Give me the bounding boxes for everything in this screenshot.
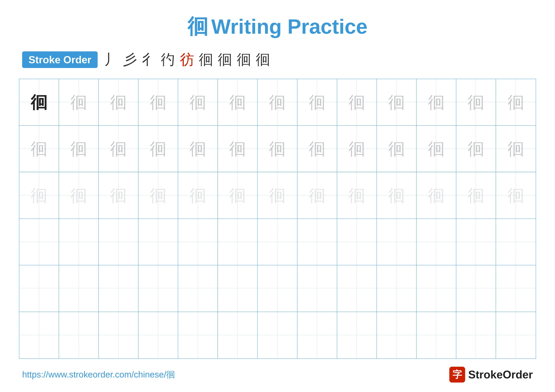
grid-cell: 徊 xyxy=(59,126,99,172)
grid-cell: 徊 xyxy=(496,126,536,172)
grid-cell xyxy=(59,219,99,265)
grid-cell xyxy=(416,219,456,265)
grid-row-4 xyxy=(19,219,536,265)
grid-cell: 徊 xyxy=(258,172,297,219)
stroke-8: 徊 xyxy=(237,50,251,69)
grid-row-1: 徊 徊 徊 徊 徊 徊 徊 徊 徊 徊 徊 徊 徊 xyxy=(19,79,536,126)
grid-cell xyxy=(218,219,258,265)
stroke-order-badge: Stroke Order xyxy=(22,51,98,68)
grid-cell xyxy=(139,312,178,359)
grid-row-5 xyxy=(19,265,536,312)
grid-row-3: 徊 徊 徊 徊 徊 徊 徊 徊 徊 徊 徊 徊 徊 xyxy=(19,172,536,219)
page: 徊 Writing Practice Stroke Order 丿 彡 彳 彴 … xyxy=(0,0,555,392)
grid-cell: 徊 xyxy=(218,172,258,219)
grid-cell: 徊 xyxy=(456,126,496,172)
grid-cell: 徊 xyxy=(139,79,178,125)
grid-cell xyxy=(99,219,139,265)
grid-cell xyxy=(337,312,377,359)
grid-cell: 徊 xyxy=(19,126,59,172)
grid-row-2: 徊 徊 徊 徊 徊 徊 徊 徊 徊 徊 徊 徊 徊 xyxy=(19,126,536,172)
footer: https://www.strokeorder.com/chinese/徊 字 … xyxy=(19,367,536,383)
grid-cell xyxy=(19,219,59,265)
grid-cell xyxy=(258,312,297,359)
grid-cell xyxy=(178,312,218,359)
grid-cell: 徊 xyxy=(297,79,337,125)
grid-cell: 徊 xyxy=(218,79,258,125)
grid-cell xyxy=(139,265,178,312)
grid-cell xyxy=(416,312,456,359)
grid-cell: 徊 xyxy=(496,172,536,219)
grid-cell xyxy=(496,265,536,312)
grid-cell xyxy=(59,265,99,312)
grid-cell xyxy=(456,219,496,265)
page-title: 徊 Writing Practice xyxy=(188,13,367,41)
grid-cell: 徊 xyxy=(377,172,416,219)
strokeorder-logo-icon: 字 xyxy=(449,367,465,383)
grid-cell: 徊 xyxy=(139,126,178,172)
stroke-3: 彳 xyxy=(142,50,156,69)
grid-cell: 徊 xyxy=(178,126,218,172)
grid-cell xyxy=(19,265,59,312)
grid-cell: 徊 xyxy=(99,126,139,172)
footer-logo: 字 StrokeOrder xyxy=(449,367,533,383)
grid-cell xyxy=(178,219,218,265)
grid-cell: 徊 xyxy=(297,172,337,219)
stroke-order-row: Stroke Order 丿 彡 彳 彴 彷 徊 徊 徊 徊 xyxy=(19,50,536,69)
grid-cell xyxy=(99,265,139,312)
grid-cell xyxy=(59,312,99,359)
grid-cell xyxy=(337,219,377,265)
grid-cell xyxy=(99,312,139,359)
stroke-1: 丿 xyxy=(104,50,118,69)
grid-cell xyxy=(377,265,416,312)
practice-grid: 徊 徊 徊 徊 徊 徊 徊 徊 徊 徊 徊 徊 徊 徊 徊 徊 徊 徊 徊 徊 … xyxy=(19,79,536,359)
grid-cell xyxy=(456,312,496,359)
grid-cell: 徊 xyxy=(19,172,59,219)
grid-row-6 xyxy=(19,312,536,359)
grid-cell: 徊 xyxy=(416,172,456,219)
grid-cell: 徊 xyxy=(258,79,297,125)
grid-cell xyxy=(297,312,337,359)
strokeorder-logo-text: StrokeOrder xyxy=(468,368,533,381)
grid-cell xyxy=(377,219,416,265)
grid-cell xyxy=(218,312,258,359)
stroke-6: 徊 xyxy=(199,50,213,69)
grid-cell xyxy=(377,312,416,359)
stroke-2: 彡 xyxy=(123,50,137,69)
grid-cell xyxy=(416,265,456,312)
stroke-sequence: 丿 彡 彳 彴 彷 徊 徊 徊 徊 xyxy=(104,50,270,69)
grid-cell: 徊 xyxy=(456,79,496,125)
grid-cell xyxy=(178,265,218,312)
stroke-9: 徊 xyxy=(256,50,270,69)
stroke-5: 彷 xyxy=(180,50,194,69)
grid-cell: 徊 xyxy=(337,126,377,172)
grid-cell xyxy=(297,219,337,265)
grid-cell: 徊 xyxy=(59,79,99,125)
grid-cell: 徊 xyxy=(337,172,377,219)
grid-cell: 徊 xyxy=(178,79,218,125)
grid-cell: 徊 xyxy=(19,79,59,125)
stroke-7: 徊 xyxy=(218,50,232,69)
grid-cell: 徊 xyxy=(297,126,337,172)
grid-cell xyxy=(337,265,377,312)
grid-cell: 徊 xyxy=(99,172,139,219)
grid-cell: 徊 xyxy=(496,79,536,125)
grid-cell xyxy=(297,265,337,312)
grid-cell: 徊 xyxy=(99,79,139,125)
grid-cell: 徊 xyxy=(258,126,297,172)
grid-cell: 徊 xyxy=(377,79,416,125)
grid-cell xyxy=(19,312,59,359)
grid-cell xyxy=(139,219,178,265)
footer-url: https://www.strokeorder.com/chinese/徊 xyxy=(22,369,175,380)
grid-cell xyxy=(496,312,536,359)
title-chinese-char: 徊 xyxy=(188,13,208,41)
grid-cell: 徊 xyxy=(377,126,416,172)
grid-cell: 徊 xyxy=(456,172,496,219)
grid-cell xyxy=(258,265,297,312)
grid-cell xyxy=(496,219,536,265)
grid-cell: 徊 xyxy=(416,79,456,125)
grid-cell xyxy=(456,265,496,312)
grid-cell: 徊 xyxy=(416,126,456,172)
title-text: Writing Practice xyxy=(211,15,367,38)
grid-cell xyxy=(218,265,258,312)
grid-cell xyxy=(258,219,297,265)
